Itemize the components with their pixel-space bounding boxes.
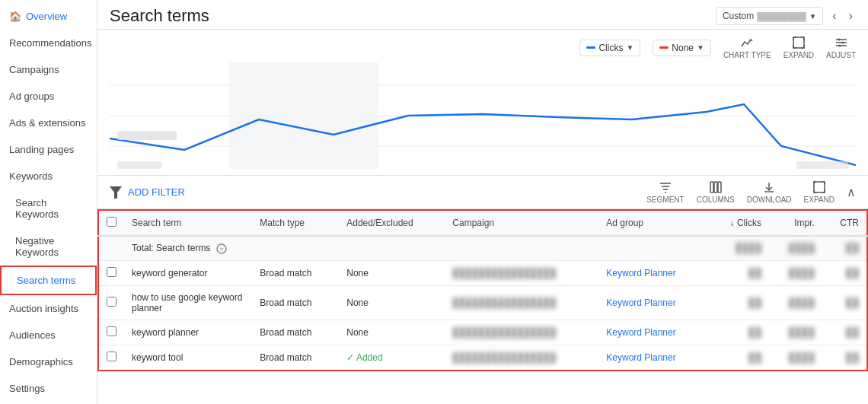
sidebar-item-settings[interactable]: Settings [0,375,97,402]
segment-button[interactable]: SEGMENT [646,180,684,204]
campaign-header: Campaign [445,210,598,236]
table-container: Search term Match type Added/Excluded Ca… [97,209,868,404]
search-term-2: how to use google keyword planner [124,285,252,320]
ctr-header: CTR [822,210,867,236]
next-period-button[interactable]: › [846,8,856,24]
clicks-label: Clicks [598,43,623,53]
ad-group-3[interactable]: Keyword Planner [598,320,708,345]
date-range-picker[interactable]: Custom ▓▓▓▓▓▓▓▓ ▼ [716,7,823,25]
svg-rect-23 [814,182,825,192]
header: Search terms Custom ▓▓▓▓▓▓▓▓ ▼ ‹ › [97,0,868,30]
info-icon: ? [216,243,227,254]
chart-adjust-button[interactable]: ADJUST [826,36,856,59]
header-controls: Custom ▓▓▓▓▓▓▓▓ ▼ ‹ › [716,7,856,25]
table-expand-button[interactable]: EXPAND [804,180,834,204]
sidebar-item-auction[interactable]: Auction insights [0,295,97,322]
chart-expand-button[interactable]: EXPAND [783,36,814,59]
search-term-4: keyword tool [124,345,252,371]
line-chart [110,62,856,169]
svg-rect-13 [796,161,849,169]
clicks-dot [586,46,595,49]
chevron-down-icon: ▼ [809,12,816,21]
row-checkbox-4[interactable] [98,345,124,371]
prev-period-button[interactable]: ‹ [829,8,839,24]
added-3: None [339,320,445,345]
none-label: None [672,43,694,53]
sidebar-item-recommendations[interactable]: Recommendations [0,30,97,56]
ctr-3: ██ [822,320,867,345]
clicks-2: ██ [709,285,769,320]
total-row: Total: Search terms ? ████ ████ ██ [98,236,867,260]
total-ctr: ██ [822,236,867,260]
match-type-header: Match type [252,210,339,236]
svg-rect-11 [117,131,177,140]
svg-rect-0 [793,37,804,48]
svg-rect-19 [710,182,713,192]
ad-group-4[interactable]: Keyword Planner [598,345,708,371]
chart-area: Clicks ▼ None ▼ CHART TYPE EXPAND ADJUST [97,30,868,176]
row-checkbox-2[interactable] [98,285,124,320]
search-term-1: keyword generator [124,260,252,285]
filter-left: ADD FILTER [110,186,185,199]
clicks-header[interactable]: ↓ Clicks [709,210,769,236]
svg-rect-12 [117,161,162,169]
added-4: ✓ Added [339,345,445,371]
ctr-2: ██ [822,285,867,320]
sidebar-item-audiences[interactable]: Audiences [0,322,97,348]
svg-point-4 [838,39,840,41]
svg-text:?: ? [219,247,223,253]
chart-adjust-label: ADJUST [826,51,856,59]
expand-icon [812,180,826,194]
sidebar-item-overview[interactable]: 🏠 Overview [0,3,97,30]
campaign-4: ████████████████ [445,345,598,371]
sidebar-item-keywords[interactable]: Keywords [0,163,97,189]
collapse-button[interactable]: ∧ [847,185,856,199]
ad-group-header: Ad group [598,210,708,236]
clicks-chevron: ▼ [626,43,633,52]
clicks-4: ██ [709,345,769,371]
sidebar-item-landing[interactable]: Landing pages [0,136,97,163]
ad-group-1[interactable]: Keyword Planner [598,260,708,285]
clicks-legend[interactable]: Clicks ▼ [579,40,640,56]
campaign-3: ████████████████ [445,320,598,345]
match-type-1: Broad match [252,260,339,285]
select-all-header[interactable] [98,210,124,236]
columns-button[interactable]: COLUMNS [697,180,735,204]
none-legend[interactable]: None ▼ [653,40,711,56]
page-title: Search terms [110,6,209,26]
added-2: None [339,285,445,320]
add-filter-button[interactable]: ADD FILTER [128,186,185,198]
sidebar-item-adgroups[interactable]: Ad groups [0,83,97,110]
impr-2: ████ [769,285,822,320]
filter-icon [110,186,122,199]
sidebar-item-demographics[interactable]: Demographics [0,348,97,375]
search-terms-table: Search term Match type Added/Excluded Ca… [97,209,868,371]
match-type-3: Broad match [252,320,339,345]
match-type-4: Broad match [252,345,339,371]
select-all-checkbox[interactable] [107,217,116,227]
search-term-3: keyword planner [124,320,252,345]
sidebar-item-ads[interactable]: Ads & extensions [0,110,97,136]
chart-type-button[interactable]: CHART TYPE [723,36,771,59]
total-impr: ████ [769,236,822,260]
sidebar-item-search-terms[interactable]: Search terms [0,266,97,295]
svg-rect-10 [229,62,378,169]
chart-expand-label: EXPAND [783,51,814,59]
table-row: how to use google keyword planner Broad … [98,285,867,320]
impr-1: ████ [769,260,822,285]
filter-right: SEGMENT COLUMNS DOWNLOAD EXPAND [646,180,856,204]
download-button[interactable]: DOWNLOAD [747,180,792,204]
match-type-2: Broad match [252,285,339,320]
sidebar-item-campaigns[interactable]: Campaigns [0,56,97,83]
sidebar-item-search-keywords[interactable]: Search Keywords [0,189,97,227]
row-checkbox-3[interactable] [98,320,124,345]
row-checkbox-1[interactable] [98,260,124,285]
sidebar-item-negative-keywords[interactable]: Negative Keywords [0,227,97,266]
impr-4: ████ [769,345,822,371]
svg-marker-14 [110,186,122,199]
segment-icon [659,180,672,194]
clicks-1: ██ [709,260,769,285]
svg-rect-20 [714,182,717,192]
chart-controls: Clicks ▼ None ▼ CHART TYPE EXPAND ADJUST [110,36,856,59]
ad-group-2[interactable]: Keyword Planner [598,285,708,320]
